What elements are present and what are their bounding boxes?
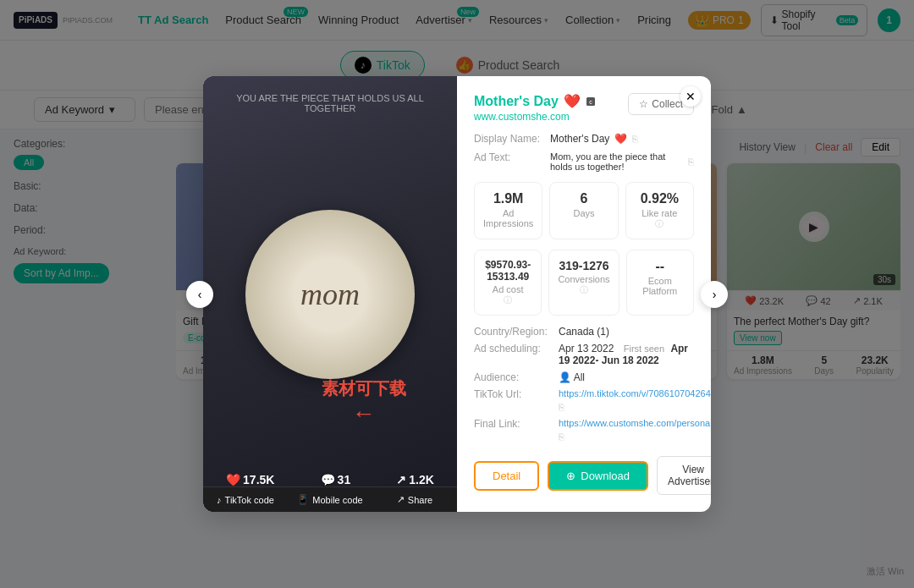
download-circle-icon: ⊕ <box>566 470 575 482</box>
tiktok-url-row: TikTok Url: https://m.tiktok.com/v/70861… <box>474 388 694 413</box>
modal-dialog: ✕ YOU ARE THE PIECE THAT HOLDS US ALL TO… <box>203 76 711 512</box>
stat-box-conversions: 319-1276 Conversions ⓘ <box>548 250 619 316</box>
svg-text:C: C <box>589 99 592 104</box>
copy-icon-display-name[interactable]: ⎘ <box>632 134 638 144</box>
modal-stat-comments: 💬31 <box>321 473 351 486</box>
stat-box-like-rate: 0.92% Like rate ⓘ <box>625 182 694 239</box>
tiktok-code-button[interactable]: ♪ TikTok code <box>203 486 288 512</box>
modal-stat-likes: ❤️17.5K <box>226 473 274 486</box>
annotation-area: 素材可下载 → <box>322 377 406 427</box>
detail-section: Country/Region: Canada (1) Ad scheduling… <box>474 326 694 442</box>
stats-grid-1: 1.9M Ad Impressions 6 Days 0.92% Like ra… <box>474 182 694 239</box>
mom-circle: mom <box>245 210 415 379</box>
mobile-icon: 📱 <box>297 494 309 505</box>
detail-button[interactable]: Detail <box>474 461 539 491</box>
modal-overlay[interactable]: ‹ › ✕ YOU ARE THE PIECE THAT HOLDS US AL… <box>0 0 914 519</box>
stat-box-days: 6 Days <box>549 182 618 239</box>
stats-grid-2: $9570.93-15313.49 Ad cost ⓘ 319-1276 Con… <box>474 250 694 316</box>
download-button[interactable]: ⊕ Download <box>548 461 648 491</box>
copy-icon-ad-text[interactable]: ⎘ <box>688 157 694 167</box>
mobile-code-button[interactable]: 📱 Mobile code <box>288 486 372 512</box>
next-button[interactable]: › <box>701 281 728 308</box>
modal-brand-info: Mother's Day ❤️ C www.customshe.com <box>474 93 596 123</box>
view-advertisers-button[interactable]: View Advertisers › <box>657 456 711 495</box>
share-button[interactable]: ↗ Share <box>372 486 457 512</box>
stat-box-ecom-platform: -- Ecom Platform <box>626 250 694 316</box>
annotation-text: 素材可下载 <box>322 377 406 400</box>
person-icon: 👤 <box>559 371 571 383</box>
copy-icon-tiktok-url[interactable]: ⎘ <box>559 402 564 412</box>
modal-info-side: Mother's Day ❤️ C www.customshe.com ☆ Co… <box>457 76 711 512</box>
heart-icon-small: ❤️ <box>614 133 627 145</box>
modal-action-buttons: Detail ⊕ Download View Advertisers › Blo… <box>474 456 694 495</box>
modal-brand-url[interactable]: www.customshe.com <box>474 111 596 123</box>
modal-video-bottom-buttons: ♪ TikTok code 📱 Mobile code ↗ Share <box>203 486 457 512</box>
display-name-row: Display Name: Mother's Day ❤️ ⎘ <box>474 133 694 145</box>
tiktok-url-link[interactable]: https://m.tiktok.com/v/70861070426409402… <box>559 388 711 398</box>
ad-scheduling-row: Ad scheduling: Apr 13 2022 First seen Ap… <box>474 343 694 366</box>
modal-stat-shares: ↗1.2K <box>396 473 434 486</box>
ad-text-row: Ad Text: Mom, you are the piece that hol… <box>474 151 694 172</box>
bookmark-icon: ☆ <box>639 98 648 110</box>
modal-brand-name: Mother's Day ❤️ C <box>474 93 596 109</box>
audience-row: Audience: 👤 All <box>474 371 694 383</box>
video-text-overlay: YOU ARE THE PIECE THAT HOLDS US ALL TOGE… <box>203 93 457 113</box>
modal-video-side: YOU ARE THE PIECE THAT HOLDS US ALL TOGE… <box>203 76 457 512</box>
stat-box-ad-cost: $9570.93-15313.49 Ad cost ⓘ <box>474 250 542 316</box>
final-link-link[interactable]: https://www.customshe.com/personalized-x… <box>559 418 711 428</box>
tiktok-logo-icon: ♪ <box>217 495 222 505</box>
mom-text: mom <box>300 277 360 312</box>
modal-close-button[interactable]: ✕ <box>680 86 701 107</box>
country-row: Country/Region: Canada (1) <box>474 326 694 338</box>
modal-brand-header: Mother's Day ❤️ C www.customshe.com ☆ Co… <box>474 93 694 123</box>
final-link-row: Final Link: https://www.customshe.com/pe… <box>474 418 694 442</box>
share-icon: ↗ <box>397 494 405 505</box>
prev-button[interactable]: ‹ <box>186 281 213 308</box>
customshe-logo-icon: C <box>586 96 596 107</box>
copy-icon-final-link[interactable]: ⎘ <box>559 431 564 442</box>
heart-icon: ❤️ <box>564 93 581 109</box>
modal-video-stats: ❤️17.5K 💬31 ↗1.2K <box>203 473 457 486</box>
annotation-arrow-icon: → <box>322 400 406 427</box>
stat-box-impressions: 1.9M Ad Impressions <box>474 182 542 239</box>
